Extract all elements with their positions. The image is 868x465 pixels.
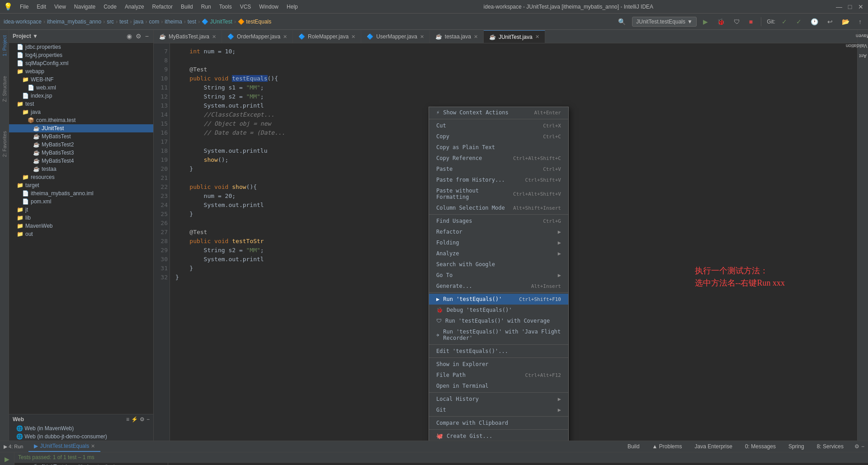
run-config-selector[interactable]: JUnitTest.testEquals ▼ [632,17,697,27]
tree-item-pom[interactable]: 📄 pom.xml [9,197,153,206]
coverage-button[interactable]: 🛡 [731,17,743,27]
git-open-btn[interactable]: 📂 [839,17,852,27]
tree-item-out[interactable]: 📁 out [9,230,153,238]
git-undo-btn[interactable]: ↩ [825,17,835,27]
cm-folding[interactable]: Folding ▶ [429,237,568,248]
cm-debug-testequals[interactable]: 🐞Debug 'testEquals()' [429,305,568,315]
cm-search-google[interactable]: Search with Google [429,259,568,270]
tree-item-mybatis2[interactable]: ☕ MyBatisTest2 [9,141,153,149]
web-panel-btn4[interactable]: − [146,416,150,423]
menu-refactor[interactable]: Refactor [149,2,176,12]
cm-file-path[interactable]: File Path Ctrl+Alt+F12 [429,370,568,380]
tree-item-test[interactable]: 📁 test [9,100,153,108]
tree-item-target[interactable]: 📁 target [9,181,153,189]
tree-item-package[interactable]: 📦 com.itheima.test [9,116,153,124]
breadcrumb-itheima[interactable]: itheima [165,19,182,25]
breadcrumb-com[interactable]: com [149,19,159,25]
cm-run-testequals[interactable]: ▶Run 'testEquals()' Ctrl+Shift+F10 [429,294,568,305]
search-everywhere-btn[interactable]: 🔍 [615,17,628,27]
tree-item-webapp[interactable]: 📁 webapp [9,67,153,75]
tree-item-sqlmap[interactable]: 📄 sqlMapConfig.xml [9,59,153,67]
tree-item-resources[interactable]: 📁 resources [9,173,153,181]
web-panel-btn1[interactable]: ≡ [126,416,129,423]
tab-rolemapper-close[interactable]: ✕ [351,34,355,40]
bottom-tab-run[interactable]: ▶ JUnitTest.testEquals ✕ [28,441,100,452]
cm-paste-history[interactable]: Paste from History... Ctrl+Shift+V [429,174,568,185]
breadcrumb-class[interactable]: 🔷 JUnitTest [202,19,232,25]
cm-show-context-actions[interactable]: ⚡Show Context Actions Alt+Enter [429,107,568,118]
services-tab[interactable]: 8: Services [811,442,849,451]
cm-copy-plain[interactable]: Copy as Plain Text [429,142,568,153]
stop-button[interactable]: ■ [746,17,755,27]
cm-edit-config[interactable]: Edit 'testEquals()'... [429,346,568,357]
run-tab-close[interactable]: ✕ [91,443,95,449]
tab-ordermapper-close[interactable]: ✕ [283,34,287,40]
cm-paste-no-format[interactable]: Paste without Formatting Ctrl+Alt+Shift+… [429,185,568,202]
web-item-dubbo[interactable]: 🌐 Web (in dubbo-jt-demo-consumer) [9,432,153,441]
tree-item-java[interactable]: 📁 java [9,108,153,116]
tab-rolemapper[interactable]: 🔷 RoleMapper.java ✕ [293,30,361,43]
cm-compare-clipboard[interactable]: Compare with Clipboard [429,418,568,428]
tree-item-jt[interactable]: 📁 jt [9,206,153,214]
web-panel-btn2[interactable]: ⚡ [131,416,138,423]
bottom-minimize-icon[interactable]: − [861,443,864,450]
tree-item-mybatis3[interactable]: ☕ MyBatisTest3 [9,149,153,157]
git-share-btn[interactable]: ↑ [856,17,864,27]
cm-git[interactable]: Git ▶ [429,404,568,415]
menu-edit[interactable]: Edit [33,2,50,12]
test-class-item[interactable]: ✓ ▼ ☕ JUnitTest (com.itheima.test) 1 ms [14,463,168,465]
tree-item-mavenweb[interactable]: 📁 MavenWeb [9,222,153,230]
tab-ordermapper[interactable]: 🔷 OrderMapper.java ✕ [222,30,293,43]
menu-view[interactable]: View [51,2,70,12]
menu-help[interactable]: Help [283,2,302,12]
tree-item-webinf[interactable]: 📁 WEB-INF [9,75,153,84]
breadcrumb-java[interactable]: java [133,19,143,25]
cm-run-flight[interactable]: ✈Run 'testEquals()' with 'Java Flight Re… [429,326,568,343]
tab-testaa-close[interactable]: ✕ [474,34,478,40]
cm-local-history[interactable]: Local History ▶ [429,394,568,404]
breadcrumb-src[interactable]: src [107,19,114,25]
favorites-tab[interactable]: 2: Favorites [1,127,8,160]
menu-analyze[interactable]: Analyze [121,2,148,12]
maven-tab[interactable]: Maven [859,32,868,41]
menu-build[interactable]: Build [177,2,197,12]
breadcrumb-test2[interactable]: test [188,19,196,25]
tree-item-iml[interactable]: 📄 itheima_mybatis_anno.iml [9,189,153,197]
tab-testaa[interactable]: ☕ testaa.java ✕ [430,30,484,43]
menu-code[interactable]: Code [100,2,120,12]
code-editor[interactable]: 7891011 1213141516 1718192021 2223242526… [154,43,857,441]
tab-usermapper-close[interactable]: ✕ [420,34,424,40]
spring-tab[interactable]: Spring [783,442,810,451]
cm-goto[interactable]: Go To ▶ [429,270,568,281]
java-enterprise-tab[interactable]: Java Enterprise [689,442,738,451]
cm-find-usages[interactable]: Find Usages Ctrl+G [429,216,568,226]
cm-analyze[interactable]: Analyze ▶ [429,248,568,259]
menu-file[interactable]: File [16,2,32,12]
debug-button[interactable]: 🐞 [714,17,727,27]
cm-open-terminal[interactable]: Open in Terminal [429,380,568,391]
tab-usermapper[interactable]: 🔷 UserMapper.java ✕ [361,30,430,43]
run-play-btn[interactable]: ▶ [3,454,11,464]
cm-paste[interactable]: Paste Ctrl+V [429,164,568,174]
cm-create-gist1[interactable]: 🐙Create Gist... [429,431,568,441]
menu-navigate[interactable]: Navigate [71,2,99,12]
cm-generate[interactable]: Generate... Alt+Insert [429,281,568,291]
sidebar-minimize-btn[interactable]: − [144,32,150,41]
git-check-btn[interactable]: ✓ [779,17,790,27]
cm-cut[interactable]: Cut Ctrl+X [429,120,568,131]
tree-item-mybatis[interactable]: ☕ MyBatisTest [9,132,153,141]
tree-item-mybatis4[interactable]: ☕ MyBatisTest4 [9,157,153,165]
maximize-button[interactable]: □ [846,3,854,10]
tree-item-log4j[interactable]: 📄 log4j.properties [9,51,153,59]
cm-column-mode[interactable]: Column Selection Mode Alt+Shift+Insert [429,202,568,213]
tab-junittest[interactable]: ☕ JUnitTest.java ✕ [484,30,545,43]
web-panel-btn3[interactable]: ⚙ [140,416,145,423]
messages-tab[interactable]: 0: Messages [740,442,781,451]
problems-tab[interactable]: ▲ Problems [647,442,688,451]
breadcrumb-method[interactable]: 🔶 testEquals [238,19,271,25]
cm-run-coverage[interactable]: 🛡Run 'testEquals()' with Coverage [429,315,568,326]
git-check2-btn[interactable]: ✓ [793,17,804,27]
cm-copy-ref[interactable]: Copy Reference Ctrl+Alt+Shift+C [429,153,568,164]
minimize-button[interactable]: — [835,3,843,10]
tree-item-lib[interactable]: 📁 lib [9,214,153,222]
